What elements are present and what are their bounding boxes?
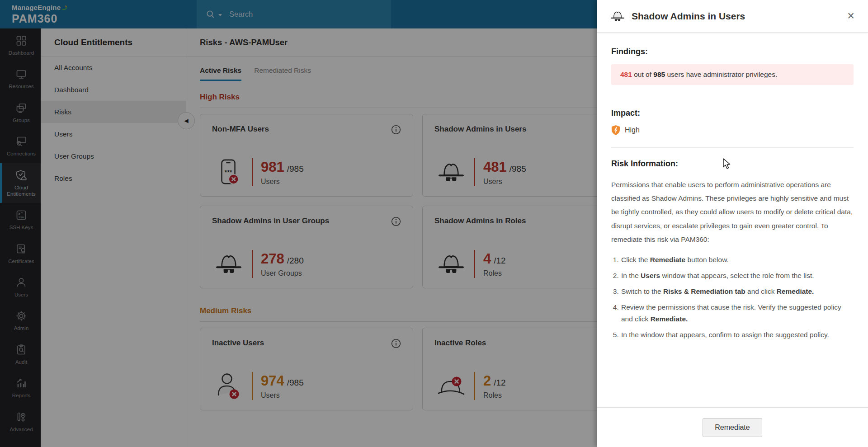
- impact-shield-icon: [611, 125, 620, 136]
- panel-header: Shadow Admins in Users ×: [597, 0, 868, 33]
- risk-detail-panel: Shadow Admins in Users × Findings: 481 o…: [597, 0, 868, 447]
- panel-footer: Remediate: [597, 407, 868, 447]
- impact-level: High: [625, 126, 640, 134]
- impact-heading: Impact:: [611, 108, 854, 118]
- remediate-button[interactable]: Remediate: [703, 418, 762, 437]
- remediation-step: In the window that appears, confirm to a…: [621, 329, 854, 340]
- panel-divider: [611, 147, 854, 148]
- close-icon[interactable]: ×: [845, 9, 856, 23]
- remediation-step: Review the permissions that cause the ri…: [621, 301, 854, 324]
- remediation-step: In the Users window that appears, select…: [621, 270, 854, 281]
- spy-icon: [609, 10, 626, 23]
- remediation-steps: Click the Remediate button below. In the…: [611, 254, 854, 340]
- panel-divider: [611, 97, 854, 97]
- findings-box: 481 out of 985 users have administrator …: [611, 64, 854, 85]
- finding-total: 985: [653, 71, 665, 78]
- mouse-cursor: [722, 158, 731, 170]
- modal-overlay[interactable]: [0, 0, 597, 447]
- remediation-step: Switch to the Risks & Remediation tab an…: [621, 286, 854, 297]
- panel-title: Shadow Admins in Users: [632, 11, 845, 22]
- findings-heading: Findings:: [611, 47, 854, 56]
- risk-information-heading: Risk Information:: [611, 159, 854, 169]
- pam360-app: ManageEngine PAM360 Dashboard Resources …: [0, 0, 868, 447]
- impact-row: High: [611, 125, 854, 136]
- remediation-step: Click the Remediate button below.: [621, 254, 854, 265]
- panel-body: Findings: 481 out of 985 users have admi…: [597, 33, 868, 340]
- risk-description: Permissions that enable users to perform…: [611, 178, 854, 246]
- finding-count: 481: [620, 71, 632, 78]
